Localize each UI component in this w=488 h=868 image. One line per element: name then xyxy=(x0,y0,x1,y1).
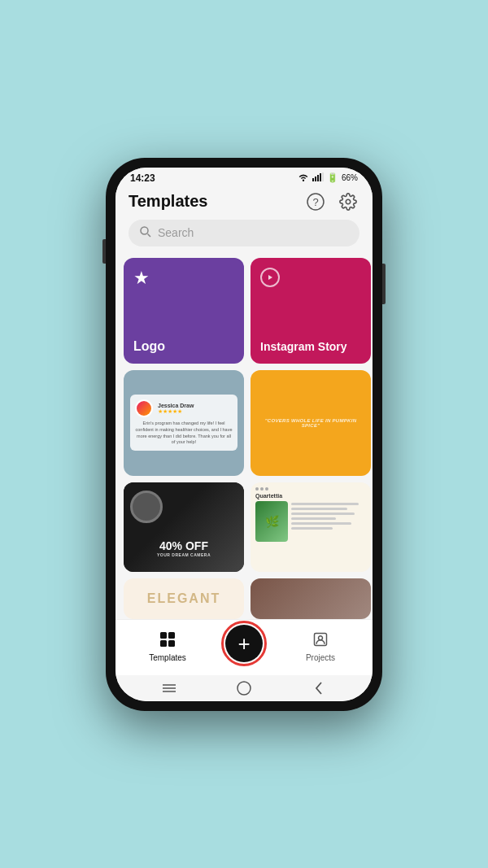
projects-nav-icon xyxy=(312,631,329,652)
settings-button[interactable] xyxy=(337,190,359,213)
recipe-line-4 xyxy=(291,517,336,520)
fab-add-button[interactable]: + xyxy=(225,625,263,662)
system-bar xyxy=(115,675,373,701)
bottom-nav: Templates + Projects xyxy=(115,619,373,675)
templates-nav-label: Templates xyxy=(149,653,186,662)
battery-percent: 66% xyxy=(342,173,358,182)
app-title: Templates xyxy=(129,192,207,211)
template-card-logo[interactable]: ★ Logo xyxy=(124,258,244,364)
recipe-content: 🌿 xyxy=(255,501,366,542)
search-input-container[interactable]: Search xyxy=(129,220,359,246)
nav-projects[interactable]: Projects xyxy=(268,631,373,662)
home-button[interactable] xyxy=(236,680,252,696)
testimonial-inner: Jessica Draw ★★★★★ Erin's program has ch… xyxy=(130,395,237,451)
recents-button[interactable] xyxy=(161,680,177,696)
svg-text:?: ? xyxy=(312,196,318,208)
template-row-2: Jessica Draw ★★★★★ Erin's program has ch… xyxy=(124,370,364,476)
svg-rect-11 xyxy=(160,632,167,639)
projects-nav-label: Projects xyxy=(306,653,335,662)
camera-background: 40% OFF YOUR DREAM CAMERA xyxy=(124,482,244,572)
svg-rect-4 xyxy=(322,172,324,181)
svg-rect-1 xyxy=(315,177,316,181)
instagram-label: Instagram Story xyxy=(260,340,347,354)
camera-circle xyxy=(130,491,163,523)
dot2 xyxy=(260,487,264,491)
nav-templates[interactable]: Templates xyxy=(115,631,220,662)
testimonial-name: Jessica Draw xyxy=(158,403,194,408)
dot1 xyxy=(255,487,259,491)
signal-icon xyxy=(312,172,324,183)
template-card-orange-quote[interactable]: "COVERS WHOLE LIFE IN PUMPKIN SPICE" xyxy=(251,370,371,476)
recipe-line-6 xyxy=(291,527,333,530)
svg-point-20 xyxy=(237,682,251,695)
back-button[interactable] xyxy=(311,680,327,696)
orange-quote-text: "COVERS WHOLE LIFE IN PUMPKIN SPICE" xyxy=(259,418,363,428)
star-icon: ★ xyxy=(133,268,150,289)
svg-line-9 xyxy=(148,233,151,237)
svg-marker-10 xyxy=(268,275,272,280)
recipe-text-lines xyxy=(291,501,366,542)
discount-badge: 40% OFF YOUR DREAM CAMERA xyxy=(157,539,211,557)
status-bar: 14:23 🔋 66% xyxy=(115,168,373,187)
recipe-image: 🌿 xyxy=(255,501,288,542)
discount-subtitle: YOUR DREAM CAMERA xyxy=(157,552,211,557)
template-card-camera[interactable]: 40% OFF YOUR DREAM CAMERA xyxy=(124,482,244,572)
recipe-line-3 xyxy=(291,513,355,515)
avatar xyxy=(135,399,153,417)
testimonial-info: Jessica Draw ★★★★★ xyxy=(158,403,194,415)
content-area: ★ Logo Instagram Story f Fac Po... xyxy=(115,255,373,619)
svg-rect-0 xyxy=(312,178,314,181)
recipe-line-2 xyxy=(291,508,347,510)
template-row-3: 40% OFF YOUR DREAM CAMERA Quartettia 🌿 xyxy=(124,482,364,572)
template-card-partial[interactable] xyxy=(251,578,371,619)
svg-point-16 xyxy=(319,635,323,639)
app-header: Templates ? xyxy=(115,187,373,220)
templates-nav-icon xyxy=(159,631,176,652)
svg-rect-14 xyxy=(168,640,175,647)
template-card-instagram[interactable]: Instagram Story xyxy=(251,258,371,364)
header-icons: ? xyxy=(304,190,359,213)
elegant-text: ELEGANT xyxy=(147,591,220,606)
template-card-recipe[interactable]: Quartettia 🌿 xyxy=(251,482,371,572)
svg-rect-2 xyxy=(317,175,319,181)
camera-lens xyxy=(130,491,163,523)
svg-point-8 xyxy=(141,227,148,234)
testimonial-top: Jessica Draw ★★★★★ xyxy=(135,399,233,417)
testimonial-text: Erin's program has changed my life! I fe… xyxy=(135,421,233,446)
recipe-line-5 xyxy=(291,522,351,525)
nav-fab-spacer: + xyxy=(220,625,268,669)
testimonial-stars: ★★★★★ xyxy=(158,408,194,415)
play-icon xyxy=(260,268,280,287)
template-card-elegant[interactable]: ELEGANT xyxy=(124,578,244,619)
template-row-4: ELEGANT xyxy=(124,578,364,619)
help-button[interactable]: ? xyxy=(304,190,327,213)
recipe-dots xyxy=(255,487,366,491)
logo-label: Logo xyxy=(133,339,165,354)
dot3 xyxy=(265,487,268,491)
search-icon xyxy=(140,226,151,240)
recipe-title: Quartettia xyxy=(255,493,366,499)
status-icons: 🔋 66% xyxy=(298,172,358,183)
discount-amount: 40% OFF xyxy=(157,539,211,552)
svg-rect-12 xyxy=(168,632,175,639)
recipe-line-1 xyxy=(291,503,359,505)
fab-plus-icon: + xyxy=(237,633,250,654)
template-row-1: ★ Logo Instagram Story f Fac Po... xyxy=(124,258,364,364)
phone-frame: 14:23 🔋 66% Templates xyxy=(106,158,382,711)
status-time: 14:23 xyxy=(130,172,155,184)
svg-rect-13 xyxy=(160,640,167,647)
template-card-testimonial[interactable]: Jessica Draw ★★★★★ Erin's program has ch… xyxy=(124,370,244,476)
svg-point-7 xyxy=(346,199,351,204)
search-placeholder: Search xyxy=(158,226,194,239)
svg-rect-3 xyxy=(320,173,321,181)
phone-screen: 14:23 🔋 66% Templates xyxy=(115,168,373,701)
wifi-icon xyxy=(298,172,309,183)
search-bar: Search xyxy=(115,220,373,255)
battery-icon: 🔋 xyxy=(327,172,338,183)
